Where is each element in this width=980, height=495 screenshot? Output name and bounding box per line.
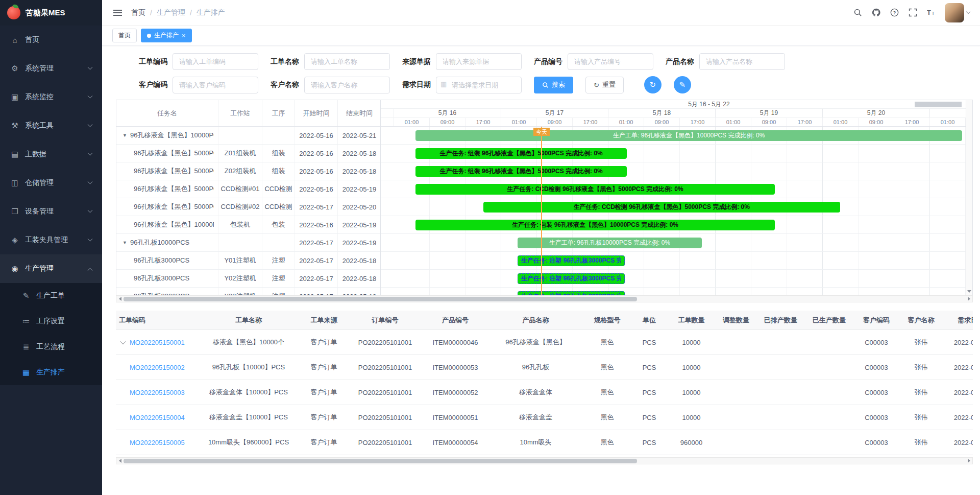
sidebar-item-home[interactable]: ⌂首页 — [0, 26, 102, 54]
orders-column-header: 调整数量 — [716, 316, 756, 325]
breadcrumb-item[interactable]: 生产管理 — [157, 8, 185, 17]
orders-cell-code: MO202205150004 — [116, 414, 198, 421]
orders-cell-product_name: 移液盒盒盖 — [488, 413, 583, 422]
orders-column-header: 工单名称 — [198, 316, 300, 325]
search-icon[interactable] — [853, 8, 862, 17]
timeline-hour-label: 01:00 — [930, 118, 966, 126]
app-logo[interactable]: 苦糖果MES — [0, 0, 102, 26]
user-menu[interactable] — [945, 3, 970, 22]
sidebar-item-production-workorder[interactable]: ✎生产工单 — [0, 283, 102, 309]
order-code-link[interactable]: MO202205150001 — [130, 339, 185, 346]
refresh-circle-button[interactable]: ↻ — [644, 76, 662, 93]
timeline-pad — [381, 109, 394, 117]
gantt-bar-task[interactable]: 生产任务: 注塑 96孔孔板3000PCS 完成比例: 0% — [518, 255, 625, 266]
gantt-bar-order[interactable]: 生产工单: 96孔移液盒【黑色】10000PCS 完成比例: 0% — [415, 130, 962, 141]
sidebar-item-system-mgmt[interactable]: ⚙系统管理 — [0, 54, 102, 83]
gantt-bar-task[interactable]: 生产任务: 注塑 96孔孔板3000PCS 完成比例: 0% — [518, 273, 625, 284]
task-name: 96孔移液盒【黑色】10000PCS — [130, 131, 214, 140]
expand-triangle-icon[interactable]: ▼ — [122, 240, 127, 245]
order-code-link[interactable]: MO202205150005 — [130, 439, 185, 446]
orders-cell-product_code: ITEM00000051 — [422, 414, 488, 421]
orders-cell-source: 客户订单 — [300, 438, 348, 447]
github-icon[interactable] — [871, 8, 880, 17]
work-orders-table: 工单编码工单名称工单来源订单编号产品编号产品名称规格型号单位工单数量调整数量已排… — [116, 311, 973, 464]
scroll-right-arrow-icon[interactable] — [965, 458, 972, 464]
gantt-chart-row: 生产任务: CCD检测 96孔移液盒【黑色】5000PCS 完成比例: 0% — [381, 180, 966, 198]
filter-input-3[interactable] — [568, 53, 653, 70]
task-station-cell: Y03注塑机 — [218, 288, 262, 295]
font-size-icon[interactable]: TT — [926, 8, 936, 17]
sidebar-item-process-flow[interactable]: ≣工艺流程 — [0, 334, 102, 360]
close-icon[interactable]: × — [182, 32, 186, 39]
search-button[interactable]: 搜索 — [534, 77, 573, 93]
sidebar-item-system-monitor[interactable]: ▣系统监控 — [0, 83, 102, 111]
scroll-down-arrow-icon[interactable] — [967, 290, 971, 293]
edit-circle-button[interactable]: ✎ — [674, 76, 691, 93]
filter-row: 客户编码客户名称需求日期▦搜索↻重置↻✎ — [139, 76, 973, 93]
task-process-cell: 注塑 — [262, 252, 295, 269]
order-code-link[interactable]: MO202205150003 — [130, 389, 185, 396]
gantt-column-header: 工作站 — [218, 100, 262, 126]
gantt-bar-order[interactable]: 生产工单: 96孔孔板10000PCS 完成比例: 0% — [518, 238, 702, 248]
filter-input-4[interactable] — [699, 53, 785, 70]
question-icon[interactable]: ? — [890, 8, 899, 17]
reset-button[interactable]: ↻重置 — [585, 77, 624, 93]
orders-scrollbar-thumb[interactable] — [124, 459, 637, 463]
fullscreen-icon[interactable] — [908, 8, 917, 17]
expand-triangle-icon[interactable]: ▼ — [122, 133, 127, 138]
gantt-bar-label: 生产任务: CCD检测 96孔移液盒【黑色】5000PCS 完成比例: 0% — [574, 203, 750, 211]
task-name: 96孔移液盒【黑色】5000PCS — [134, 167, 214, 176]
filter-input-1[interactable] — [304, 53, 390, 70]
sidebar-item-warehouse-mgmt[interactable]: ◫仓储管理 — [0, 169, 102, 197]
orders-column-header: 客户编码 — [853, 316, 899, 325]
scroll-right-arrow-icon[interactable] — [965, 296, 972, 302]
order-code-link[interactable]: MO202205150002 — [130, 364, 185, 371]
sidebar-toggle-icon[interactable] — [112, 8, 123, 18]
gantt-bar-task[interactable]: 生产任务: 组装 96孔移液盒【黑色】5000PCS 完成比例: 0% — [415, 166, 627, 177]
gantt-bar-task[interactable]: 生产任务: CCD检测 96孔移液盒【黑色】5000PCS 完成比例: 0% — [415, 184, 775, 195]
filter-input-7[interactable] — [436, 77, 522, 93]
avatar[interactable] — [945, 3, 964, 22]
task-name: 96孔孔板10000PCS — [130, 238, 189, 247]
timeline-day-label: 5月 16 — [394, 109, 501, 117]
gantt-bar-task[interactable]: 生产任务: 包装 96孔移液盒【黑色】10000PCS 完成比例: 0% — [415, 220, 775, 230]
breadcrumb-item[interactable]: 首页 — [131, 8, 145, 17]
scroll-left-arrow-icon[interactable] — [116, 458, 124, 464]
orders-cell-customer_name: 张伟 — [899, 363, 943, 372]
gantt-vertical-scrollbar[interactable] — [966, 100, 972, 295]
orders-cell-source: 客户订单 — [300, 413, 348, 422]
search-icon — [542, 82, 549, 88]
filter-input-0[interactable] — [173, 53, 258, 70]
gantt-scrollbar-thumb[interactable] — [124, 297, 637, 301]
gantt-chart-row: 生产任务: 组装 96孔移液盒【黑色】5000PCS 完成比例: 0% — [381, 145, 966, 162]
sidebar-item-process-settings[interactable]: ≔工序设置 — [0, 309, 102, 334]
gantt-bar-task[interactable]: 生产任务: 注塑 96孔孔板3000PCS 完成比例: 0% — [518, 291, 625, 295]
tab-home[interactable]: 首页 — [112, 29, 137, 42]
sidebar-item-equipment-mgmt[interactable]: ❐设备管理 — [0, 197, 102, 226]
orders-horizontal-scrollbar[interactable] — [116, 457, 973, 464]
filter-input-5[interactable] — [173, 77, 258, 93]
timeline-range-thumb[interactable] — [915, 102, 962, 107]
sidebar-item-production-scheduling[interactable]: ▦生产排产 — [0, 360, 102, 385]
sidebar-item-fixture-mgmt[interactable]: ◈工装夹具管理 — [0, 226, 102, 254]
orders-cell-customer_code: C00003 — [853, 389, 899, 396]
order-code-link[interactable]: MO202205150004 — [130, 414, 185, 421]
sidebar-item-master-data[interactable]: ▤主数据 — [0, 140, 102, 169]
orders-cell-product_name: 96孔移液盒【黑色】 — [488, 338, 583, 347]
orders-column-header: 产品名称 — [488, 316, 583, 325]
task-station-cell — [218, 234, 262, 251]
filter-input-6[interactable] — [304, 77, 390, 93]
sidebar-item-system-tools[interactable]: ⚒系统工具 — [0, 111, 102, 140]
breadcrumb-item[interactable]: 生产排产 — [197, 8, 225, 17]
orders-cell-product_name: 移液盒盒体 — [488, 388, 583, 397]
tab-scheduling[interactable]: 生产排产× — [141, 29, 192, 42]
scroll-left-arrow-icon[interactable] — [116, 296, 124, 302]
gantt-bar-task[interactable]: 生产任务: CCD检测 96孔移液盒【黑色】5000PCS 完成比例: 0% — [483, 202, 840, 213]
input-wrap — [173, 77, 258, 93]
gantt-bar-task[interactable]: 生产任务: 组装 96孔移液盒【黑色】5000PCS 完成比例: 0% — [415, 148, 627, 159]
chevron-down-icon[interactable] — [120, 339, 126, 344]
orders-cell-customer_code: C00003 — [853, 364, 899, 371]
filter-input-2[interactable] — [436, 53, 522, 70]
gantt-horizontal-scrollbar[interactable] — [116, 295, 973, 302]
sidebar-item-production-mgmt[interactable]: ◉生产管理 — [0, 254, 102, 283]
